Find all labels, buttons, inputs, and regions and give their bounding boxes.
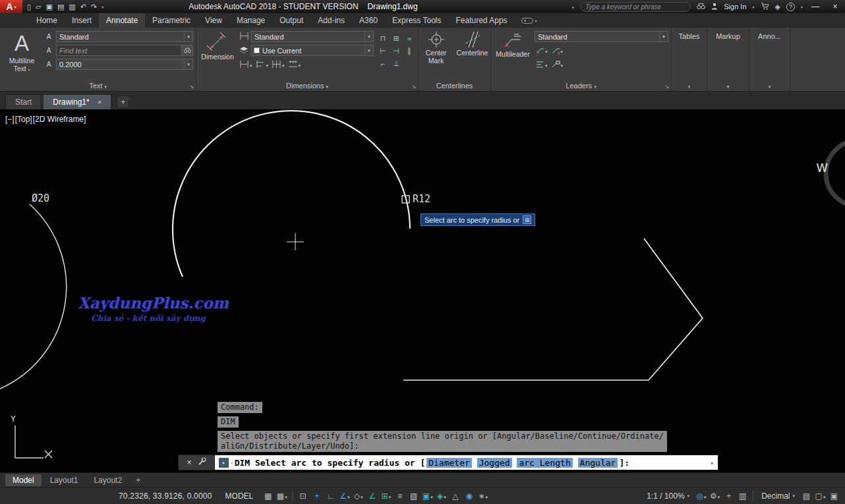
multileader-button[interactable]: Multileader <box>494 30 532 80</box>
new-layout-button[interactable]: + <box>136 475 141 485</box>
command-line-bar[interactable]: × ▸ ▾ DIM Select arc to specify radius o… <box>178 455 718 470</box>
drawing-area[interactable]: Y [−] [Top] [2D Wireframe] Ø20 R12 Selec… <box>0 109 845 472</box>
text-height-dropdown-icon[interactable] <box>184 59 192 69</box>
customize-wrench-icon[interactable] <box>198 457 206 468</box>
text-height-select[interactable]: 0.2000 <box>56 59 193 70</box>
selection-cycling-icon[interactable]: ▣ <box>421 490 434 503</box>
text-dialog-launcher-icon[interactable] <box>189 84 194 90</box>
override-icon[interactable]: ⌐ <box>381 60 385 68</box>
reassociate-icon[interactable]: ∥ <box>407 47 411 55</box>
multileader-style-select[interactable]: Standard <box>535 31 668 42</box>
binoculars-icon[interactable] <box>697 3 705 11</box>
object-snap-icon[interactable]: ⊞ <box>379 490 393 503</box>
add-leader-button[interactable] <box>535 45 548 56</box>
snap-mode-icon[interactable]: ▦ <box>275 490 289 503</box>
object-snap-tracking-icon[interactable]: ∠ <box>365 490 379 503</box>
quick-dimension-button[interactable] <box>287 59 302 70</box>
ribbon-tab-a360[interactable]: A360 <box>352 13 385 28</box>
sign-in-button[interactable]: Sign In <box>724 3 746 11</box>
inspect-icon[interactable]: ⊢ <box>380 47 386 55</box>
lineweight-icon[interactable]: ≡ <box>393 490 407 503</box>
ortho-mode-icon[interactable]: ∟ <box>324 490 337 503</box>
dimension-button[interactable]: Dimension <box>199 30 236 80</box>
dynamic-ucs-icon[interactable]: △ <box>448 490 462 503</box>
leaders-panel-label[interactable]: Leaders <box>491 80 671 91</box>
undo-icon[interactable]: ↶ <box>80 0 86 13</box>
collect-leaders-button[interactable] <box>550 59 564 70</box>
linear-dimension-button[interactable] <box>239 59 253 70</box>
3d-object-snap-icon[interactable]: ◈ <box>434 490 448 503</box>
infer-constraints-icon[interactable]: ⊡ <box>296 490 310 503</box>
align-leaders-button[interactable] <box>535 59 548 70</box>
dimensions-panel-label[interactable]: Dimensions <box>196 80 418 91</box>
help-arrow-icon[interactable]: ▾ <box>801 5 803 9</box>
center-mark-button[interactable]: Center Mark <box>421 30 452 80</box>
continue-dimension-button[interactable] <box>271 59 285 70</box>
open-file-icon[interactable]: ▱ <box>36 0 41 13</box>
file-tab-start[interactable]: Start <box>5 94 42 109</box>
find-text-input[interactable]: Find text <box>56 45 193 56</box>
find-text-search-button[interactable] <box>181 45 192 55</box>
display-options-icon[interactable]: ▢ <box>813 490 827 503</box>
dimension-break-icon[interactable]: ⊓ <box>380 34 386 43</box>
ribbon-tab-output[interactable]: Output <box>272 13 310 28</box>
plot-icon[interactable]: ▥ <box>69 0 75 13</box>
ribbon-tab-view[interactable]: View <box>198 13 229 28</box>
display-grid-icon[interactable]: ▦ <box>261 490 275 503</box>
leaders-dialog-launcher-icon[interactable] <box>664 84 669 90</box>
update-icon[interactable]: ⊣ <box>393 47 399 55</box>
markup-panel-arrow-icon[interactable] <box>727 82 730 90</box>
ribbon-tab-insert[interactable]: Insert <box>65 13 99 28</box>
command-close-icon[interactable]: × <box>187 458 191 467</box>
isodraft-icon[interactable]: ◇ <box>351 490 365 503</box>
save-as-icon[interactable]: ▤ <box>57 0 64 13</box>
centerline-button[interactable]: Centerline <box>456 30 489 80</box>
app-menu-button[interactable]: A▾ <box>0 0 22 13</box>
minimize-button[interactable]: — <box>805 0 825 13</box>
remove-leader-button[interactable] <box>550 45 564 56</box>
new-file-icon[interactable]: ▯ <box>27 0 31 13</box>
multiline-text-button[interactable]: A Multiline Text ▾ <box>3 30 41 80</box>
polar-tracking-icon[interactable]: ∠ <box>337 490 351 503</box>
layout1-tab[interactable]: Layout1 <box>43 474 86 486</box>
dim-layer-dropdown-icon[interactable] <box>364 45 373 55</box>
markup-panel[interactable]: Markup <box>707 28 749 91</box>
dimensions-dialog-launcher-icon[interactable] <box>411 84 416 90</box>
text-panel-label[interactable]: Text <box>0 80 196 91</box>
graphics-performance-icon[interactable]: ▤ <box>800 490 813 503</box>
ribbon-tab-express-tools[interactable]: Express Tools <box>385 13 448 28</box>
add-scales-icon[interactable]: + <box>722 490 736 503</box>
autoscale-icon[interactable]: ∗ <box>476 490 490 503</box>
exchange-apps-icon[interactable]: ◈ <box>775 0 780 13</box>
viewport-view-control[interactable]: [Top] <box>15 115 32 124</box>
tables-panel-arrow-icon[interactable] <box>688 82 691 90</box>
text-style-select[interactable]: Standard <box>56 31 193 42</box>
annotation-panel-arrow-icon[interactable] <box>769 82 771 90</box>
viewport-visual-style-control[interactable]: [2D Wireframe] <box>33 115 86 124</box>
layout2-tab[interactable]: Layout2 <box>86 474 129 486</box>
tolerance-icon[interactable]: ⊥ <box>393 59 399 68</box>
jogged-linear-icon[interactable]: ≈ <box>407 35 411 43</box>
ribbon-display-toggle[interactable]: ▾ <box>521 13 537 28</box>
model-tab[interactable]: Model <box>5 474 42 486</box>
search-input[interactable]: Type a keyword or phrase <box>580 2 691 12</box>
annotation-panel[interactable]: Anno... <box>749 28 790 91</box>
command-option-jogged[interactable]: Jogged <box>477 458 512 468</box>
annotation-monitor-icon[interactable]: ◉ <box>462 490 476 503</box>
search-history-arrow-icon[interactable]: ▸ <box>572 5 574 9</box>
ribbon-tab-parametric[interactable]: Parametric <box>145 13 198 28</box>
dim-style-select[interactable]: Standard <box>251 31 374 42</box>
baseline-dimension-button[interactable] <box>255 59 270 70</box>
file-tab-drawing1[interactable]: Drawing1* × <box>43 94 111 109</box>
dynamic-input-icon[interactable]: + <box>310 490 324 503</box>
close-button[interactable]: × <box>825 0 845 13</box>
viewport-menu-control[interactable]: [−] <box>5 115 15 124</box>
help-icon[interactable]: ? <box>786 3 795 11</box>
new-drawing-tab-button[interactable]: + <box>117 96 129 108</box>
save-icon[interactable]: ▣ <box>46 0 53 13</box>
workspace-switching-icon[interactable]: ⚙ <box>708 490 722 503</box>
recent-commands-icon[interactable]: ▸ <box>219 458 229 468</box>
qat-dropdown-icon[interactable]: ▾ <box>102 5 103 9</box>
adjust-space-icon[interactable]: ⊞ <box>393 34 399 43</box>
cart-icon[interactable] <box>761 3 769 11</box>
